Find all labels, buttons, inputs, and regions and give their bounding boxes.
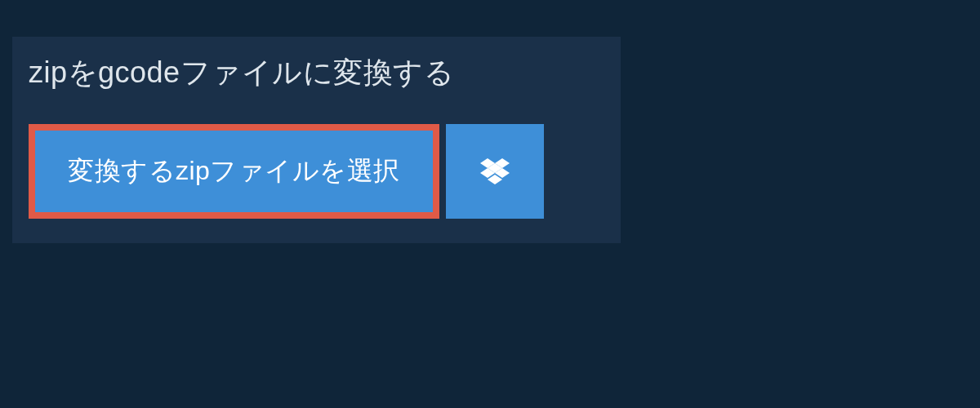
converter-panel: zipをgcodeファイルに変換する 変換するzipファイルを選択 xyxy=(12,37,621,243)
dropbox-button[interactable] xyxy=(446,124,544,219)
page-title: zipをgcodeファイルに変換する xyxy=(29,53,454,93)
select-file-button[interactable]: 変換するzipファイルを選択 xyxy=(29,124,439,219)
dropbox-icon xyxy=(480,158,510,184)
heading-wrapper: zipをgcodeファイルに変換する xyxy=(12,37,470,108)
select-file-label: 変換するzipファイルを選択 xyxy=(68,153,400,189)
button-row: 変換するzipファイルを選択 xyxy=(12,108,621,243)
